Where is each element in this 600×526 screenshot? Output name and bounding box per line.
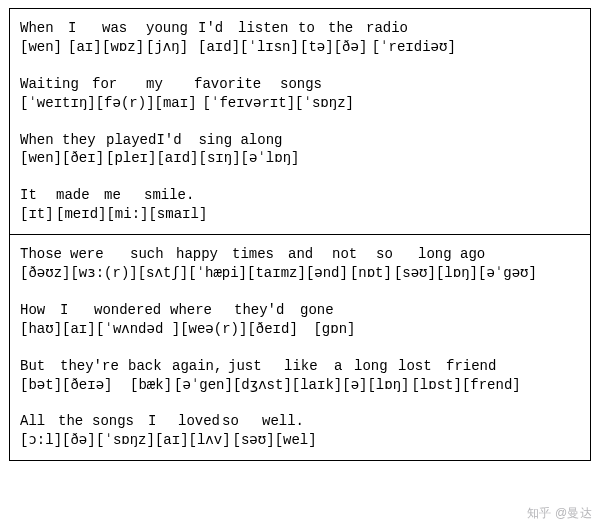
- phonetic: [wɜ:(r)]: [70, 264, 137, 283]
- word: I: [68, 19, 102, 38]
- phonetic: [lɒst]: [411, 376, 461, 395]
- phonetic: [aɪd]: [156, 149, 198, 168]
- word: made: [56, 186, 104, 205]
- word: they: [62, 131, 106, 150]
- phonetic: [ˈlɪsn]: [240, 38, 300, 57]
- phonetic: [dʒʌst]: [233, 376, 292, 395]
- phonetic: [wen]: [20, 149, 62, 168]
- word: sing: [198, 131, 240, 150]
- phonetic: [wɒz]: [102, 38, 146, 57]
- phonetic: [laɪk]: [292, 376, 342, 395]
- phonetic: [mi:]: [106, 205, 148, 224]
- phonetic: [aɪd]: [198, 38, 240, 57]
- word-row: WhenIwasyoungI'dlistentotheradio: [20, 19, 580, 38]
- word: long: [354, 357, 398, 376]
- line-pair: Waitingformyfavoritesongs[ˈweɪtɪŋ][fə(r)…: [20, 75, 580, 113]
- phonetic: [ðeɪd]: [247, 320, 313, 339]
- phonetic: [səʊ]: [394, 264, 436, 283]
- phonetic: [aɪ]: [155, 431, 189, 450]
- phonetic: [gɒn]: [313, 320, 361, 339]
- phonetic: [əˈlɒŋ]: [241, 149, 301, 168]
- word: I'd: [156, 131, 198, 150]
- phonetic: [pleɪ]: [106, 149, 156, 168]
- phonetic: [frend]: [462, 376, 521, 395]
- word: songs: [92, 412, 148, 431]
- phonetic: [ˈhæpi]: [188, 264, 247, 283]
- phonetic: [səʊ]: [233, 431, 275, 450]
- phonetic: [ðə]: [334, 38, 372, 57]
- phonetic: [bət]: [20, 376, 62, 395]
- word: I: [60, 301, 94, 320]
- panels-container: WhenIwasyoungI'dlistentotheradio[wen][aɪ…: [9, 8, 591, 461]
- panel-0: WhenIwasyoungI'dlistentotheradio[wen][aɪ…: [9, 8, 591, 235]
- phonetic: [ˈsɒŋz]: [96, 431, 155, 450]
- phonetic: [ðəʊz]: [20, 264, 70, 283]
- line-pair: Itmademesmile.[ɪt][meɪd][mi:][smaɪl]: [20, 186, 580, 224]
- phonetic-row: [ɪt][meɪd][mi:][smaɪl]: [20, 205, 580, 224]
- word: loved: [178, 412, 222, 431]
- word-row: Itmademesmile.: [20, 186, 580, 205]
- word: just: [228, 357, 284, 376]
- phonetic: [bæk]: [130, 376, 174, 395]
- phonetic: [maɪ]: [155, 94, 203, 113]
- word: to: [298, 19, 328, 38]
- word: well.: [262, 412, 310, 431]
- phonetic: [ðeɪ]: [62, 149, 106, 168]
- word: times: [232, 245, 288, 264]
- word: along: [240, 131, 300, 150]
- word: I: [148, 412, 178, 431]
- word: listen: [238, 19, 298, 38]
- phonetic: [ˈreɪdiəʊ]: [372, 38, 456, 57]
- word: I'd: [198, 19, 238, 38]
- phonetic: [wel]: [275, 431, 323, 450]
- phonetic: [jʌŋ]: [146, 38, 198, 57]
- word-row: Butthey'rebackagain,justlikealonglostfri…: [20, 357, 580, 376]
- phonetic: [ˈweɪtɪŋ]: [20, 94, 96, 113]
- phonetic: [lɒŋ]: [367, 376, 411, 395]
- word: Those: [20, 245, 70, 264]
- word: again,: [172, 357, 228, 376]
- phonetic: [tə]: [300, 38, 334, 57]
- word: for: [92, 75, 146, 94]
- word: radio: [366, 19, 446, 38]
- word: the: [58, 412, 92, 431]
- phonetic: [fə(r)]: [96, 94, 155, 113]
- word: How: [20, 301, 60, 320]
- word: not: [332, 245, 376, 264]
- word: played: [106, 131, 156, 150]
- phonetic: [taɪmz]: [247, 264, 306, 283]
- phonetic-row: [wen][aɪ][wɒz][jʌŋ][aɪd][ˈlɪsn][tə][ðə][…: [20, 38, 580, 57]
- phonetic: [wen]: [20, 38, 68, 57]
- word-row: Waitingformyfavoritesongs: [20, 75, 580, 94]
- word: friend: [446, 357, 502, 376]
- phonetic: [aɪ]: [68, 38, 102, 57]
- word: the: [328, 19, 366, 38]
- phonetic: [meɪd]: [56, 205, 106, 224]
- phonetic: [ɪt]: [20, 205, 56, 224]
- word: smile.: [144, 186, 204, 205]
- phonetic-row: [ɔ:l][ðə][ˈsɒŋz][aɪ][lʌv][səʊ][wel]: [20, 431, 580, 450]
- word: young: [146, 19, 198, 38]
- phonetic: [ɔ:l]: [20, 431, 62, 450]
- phonetic: [lʌv]: [189, 431, 233, 450]
- word: my: [146, 75, 194, 94]
- word: was: [102, 19, 146, 38]
- phonetic: [smaɪl]: [148, 205, 208, 224]
- word: When: [20, 19, 68, 38]
- word: favorite: [194, 75, 280, 94]
- panel-1: Thoseweresuchhappytimesandnotsolongago[ð…: [9, 235, 591, 461]
- word: and: [288, 245, 332, 264]
- word: a: [334, 357, 354, 376]
- phonetic: [əˈgen]: [174, 376, 233, 395]
- word: me: [104, 186, 144, 205]
- line-pair: Butthey'rebackagain,justlikealonglostfri…: [20, 357, 580, 395]
- phonetic-row: [haʊ][aɪ][ˈwʌndəd ][weə(r)][ðeɪd][gɒn]: [20, 320, 580, 339]
- line-pair: AllthesongsIlovedsowell.[ɔ:l][ðə][ˈsɒŋz]…: [20, 412, 580, 450]
- phonetic-row: [ðəʊz][wɜ:(r)][sʌtʃ][ˈhæpi][taɪmz][ənd][…: [20, 264, 580, 283]
- word: where: [170, 301, 234, 320]
- line-pair: WhenIwasyoungI'dlistentotheradio[wen][aɪ…: [20, 19, 580, 57]
- phonetic: [ðə]: [62, 431, 96, 450]
- word: were: [70, 245, 130, 264]
- word: All: [20, 412, 58, 431]
- line-pair: WhentheyplayedI'dsingalong[wen][ðeɪ][ple…: [20, 131, 580, 169]
